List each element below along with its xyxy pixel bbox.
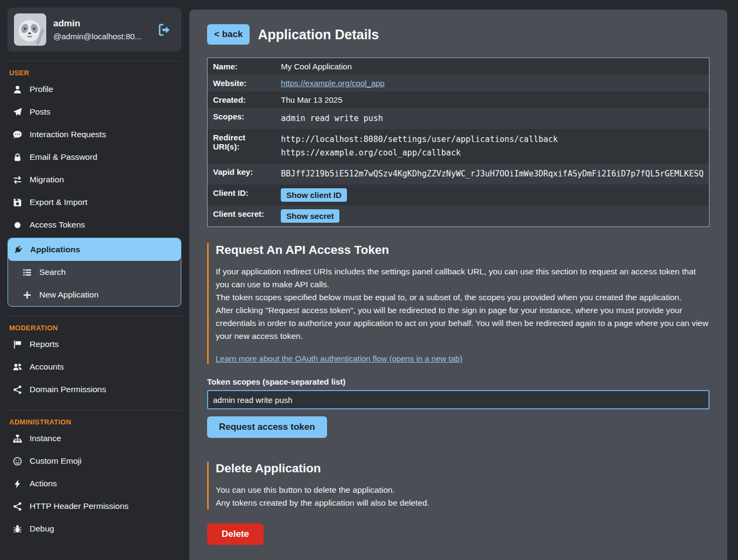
sidebar-section-user: USER Profile Posts Interaction Requests … xyxy=(8,61,181,307)
sidebar-item-label: Posts xyxy=(30,107,51,117)
user-icon xyxy=(13,85,22,94)
row-label: Name: xyxy=(208,58,276,75)
sidebar-item-label: Export & Import xyxy=(30,197,88,207)
plug-icon xyxy=(13,245,23,254)
applications-submenu: Search New Application xyxy=(8,261,181,306)
show-secret-button[interactable]: Show secret xyxy=(281,209,339,223)
page-title: Application Details xyxy=(258,27,379,42)
display-name: admin xyxy=(53,18,148,29)
oauth-docs-link[interactable]: Learn more about the OAuth authenticatio… xyxy=(216,354,463,363)
avatar xyxy=(14,13,46,46)
sidebar-item-label: Profile xyxy=(30,84,53,94)
sidebar-item-label: Applications xyxy=(30,245,80,254)
main-panel: < back Application Details Name: My Cool… xyxy=(189,10,727,560)
sidebar-item-debug[interactable]: Debug xyxy=(8,518,181,540)
sidebar-item-label: HTTP Header Permissions xyxy=(30,501,129,511)
sidebar-section-moderation: MODERATION Reports Accounts Domain Permi… xyxy=(8,316,181,401)
row-label: Redirect URI(s): xyxy=(208,129,276,164)
sidebar-item-export-import[interactable]: Export & Import xyxy=(8,191,181,214)
plus-icon xyxy=(23,290,32,300)
sidebar: admin @admin@localhost:80... USER Profil… xyxy=(0,0,189,560)
sidebar-item-label: Search xyxy=(39,267,66,277)
table-row-name: Name: My Cool Application xyxy=(208,58,709,75)
sidebar-item-label: Instance xyxy=(30,434,61,443)
table-row-scopes: Scopes: admin read write push xyxy=(208,108,709,129)
delete-description: Delete Application You can use this butt… xyxy=(207,462,709,509)
row-value: Thu Mar 13 2025 xyxy=(275,91,709,108)
arrows-left-right-icon xyxy=(13,175,22,185)
comment-dots-icon xyxy=(13,130,22,139)
table-row-created: Created: Thu Mar 13 2025 xyxy=(208,91,709,108)
website-link[interactable]: https://example.org/cool_app xyxy=(281,79,385,88)
row-value: admin read write push xyxy=(275,108,709,129)
sidebar-item-label: Email & Password xyxy=(30,152,97,162)
sidebar-item-label: Actions xyxy=(30,479,57,488)
table-row-redirect-uris: Redirect URI(s): http://localhost:8080/s… xyxy=(208,129,709,164)
user-names: admin @admin@localhost:80... xyxy=(53,18,148,41)
row-label: Created: xyxy=(208,91,276,108)
users-icon xyxy=(13,363,22,372)
section-label-user: USER xyxy=(9,69,181,77)
delete-line: Any tokens created by the application wi… xyxy=(216,497,709,509)
flag-icon xyxy=(13,340,22,349)
row-value: https://example.org/cool_app xyxy=(275,75,709,91)
sidebar-item-accounts[interactable]: Accounts xyxy=(8,356,181,378)
sidebar-item-label: Custom Emoji xyxy=(30,456,81,466)
request-access-token-button[interactable]: Request access token xyxy=(207,416,327,438)
sidebar-item-label: Accounts xyxy=(30,362,64,372)
sidebar-item-applications-search[interactable]: Search xyxy=(8,261,181,283)
user-handle: @admin@localhost:80... xyxy=(53,32,148,41)
logout-button[interactable] xyxy=(155,23,175,37)
token-section-title: Request An API Access Token xyxy=(216,243,709,257)
sign-out-icon xyxy=(158,23,172,37)
sidebar-item-profile[interactable]: Profile xyxy=(8,78,181,101)
sidebar-item-interaction-requests[interactable]: Interaction Requests xyxy=(8,123,181,146)
row-value: Show client ID xyxy=(275,185,709,205)
token-paragraph: After clicking "Request access token", y… xyxy=(216,304,709,343)
smiley-icon xyxy=(13,457,22,466)
row-value: http://localhost:8080/settings/user/appl… xyxy=(275,129,709,164)
delete-line: You can use this button to delete the ap… xyxy=(216,484,709,497)
sidebar-item-http-header-permissions[interactable]: HTTP Header Permissions xyxy=(8,495,181,518)
share-nodes-icon xyxy=(13,385,22,394)
sidebar-item-access-tokens[interactable]: Access Tokens xyxy=(8,214,181,236)
list-icon xyxy=(23,268,32,277)
sidebar-item-new-application[interactable]: New Application xyxy=(8,283,181,306)
row-value: Show secret xyxy=(275,205,709,227)
user-card[interactable]: admin @admin@localhost:80... xyxy=(8,8,181,52)
token-paragraph: The token scopes specified below must be… xyxy=(216,291,709,304)
row-label: Client secret: xyxy=(208,205,276,227)
sidebar-item-domain-permissions[interactable]: Domain Permissions xyxy=(8,378,181,401)
back-button[interactable]: < back xyxy=(207,24,250,45)
bug-icon xyxy=(13,524,22,534)
sloth-avatar-image xyxy=(14,13,46,46)
delete-section-text: You can use this button to delete the ap… xyxy=(216,484,709,509)
table-row-client-secret: Client secret: Show secret xyxy=(208,205,709,227)
paper-plane-icon xyxy=(13,108,22,117)
token-scopes-input[interactable] xyxy=(207,390,709,409)
sidebar-item-reports[interactable]: Reports xyxy=(8,333,181,356)
sidebar-section-administration: ADMINISTRATION Instance Custom Emoji Act… xyxy=(8,410,181,540)
section-label-moderation: MODERATION xyxy=(9,324,181,332)
row-label: Website: xyxy=(208,75,276,91)
delete-section-title: Delete Application xyxy=(216,462,709,476)
page-header: < back Application Details xyxy=(207,24,709,45)
token-section-text: If your application redirect URIs includ… xyxy=(216,265,709,343)
sidebar-item-label: Debug xyxy=(30,524,54,534)
applications-menu-block: Applications Search New Application xyxy=(8,238,181,307)
sidebar-item-posts[interactable]: Posts xyxy=(8,101,181,123)
delete-button[interactable]: Delete xyxy=(207,523,264,545)
share-nodes-icon xyxy=(13,502,22,511)
sidebar-item-email-password[interactable]: Email & Password xyxy=(8,146,181,168)
floppy-disk-icon xyxy=(13,198,22,207)
bolt-icon xyxy=(13,479,22,488)
certificate-icon xyxy=(13,221,22,230)
sidebar-item-migration[interactable]: Migration xyxy=(8,168,181,191)
sidebar-item-applications[interactable]: Applications xyxy=(8,238,181,261)
token-request-description: Request An API Access Token If your appl… xyxy=(207,243,709,364)
show-client-id-button[interactable]: Show client ID xyxy=(281,188,347,202)
row-value: BBJffJ219b5iE512m7wQSzv4KgKDhgZZVzNyWC_r… xyxy=(275,164,709,185)
sidebar-item-custom-emoji[interactable]: Custom Emoji xyxy=(8,450,181,472)
sidebar-item-instance[interactable]: Instance xyxy=(8,427,181,450)
sidebar-item-actions[interactable]: Actions xyxy=(8,472,181,495)
